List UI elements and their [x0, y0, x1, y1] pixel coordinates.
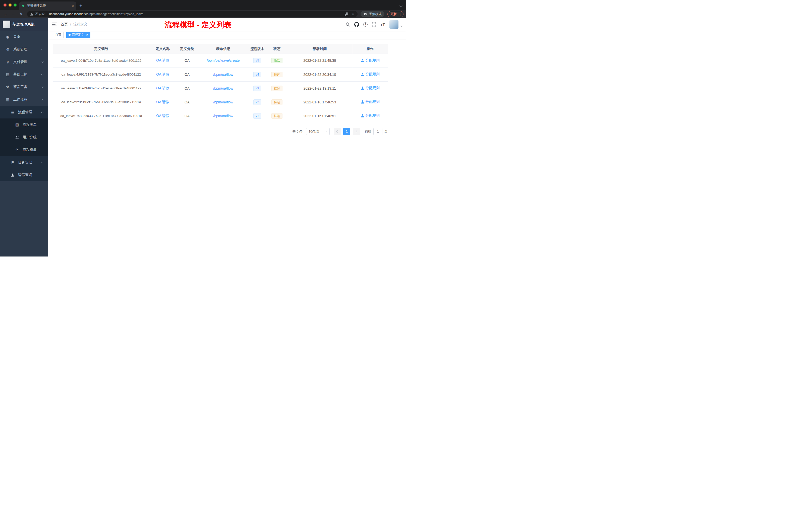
window-controls [3, 3, 17, 6]
sidebar-item-process-form[interactable]: ▥ 流程表单 [0, 118, 48, 131]
sidebar-item-label: 基础设施 [13, 72, 27, 77]
chevron-left-icon [337, 130, 339, 133]
app-title: 芋道管理系统 [12, 22, 34, 27]
sidebar-item-process-management[interactable]: ≣ 流程管理 [0, 106, 48, 118]
help-icon[interactable]: ? [363, 22, 368, 27]
close-window-button[interactable] [3, 3, 6, 6]
github-icon[interactable] [354, 22, 359, 27]
security-label[interactable]: 不安全 [35, 12, 45, 16]
main-area: 流程模型 - 定义列表 首页 / 流程定义 ? тT [48, 18, 406, 256]
page-size-select[interactable]: 10条/页 [306, 128, 330, 135]
app-window: 芋道管理系统 ◉ 首页 ⚙ 系统管理 ¥ 支付管理 ▤ 基础设施 [0, 18, 406, 256]
form-info-link[interactable]: /bpm/oa/flow [213, 72, 233, 77]
workflow-icon: ▦ [5, 97, 11, 102]
definition-name-link[interactable]: OA 请假 [156, 86, 169, 90]
incognito-icon [363, 12, 367, 16]
hamburger-icon[interactable] [52, 23, 57, 26]
assign-rule-link[interactable]: 分配规则 [361, 86, 380, 90]
sidebar-item-label: 工作流程 [13, 97, 27, 102]
goto-page-input[interactable] [373, 128, 382, 135]
browser-menu-icon[interactable]: ⋮ [399, 12, 402, 16]
table-row: oa_leave:5:004b710b-7b8a-11ec-8ef0-acde4… [53, 54, 388, 67]
key-icon[interactable] [345, 12, 348, 16]
sidebar-item-label: 系统管理 [13, 47, 27, 52]
next-page-button[interactable] [353, 128, 360, 135]
tags-view-bar: 首页 流程定义 × [48, 31, 406, 39]
maximize-window-button[interactable] [13, 3, 17, 6]
app-logo[interactable]: 芋道管理系统 [0, 18, 48, 31]
definition-name-link[interactable]: OA 请假 [156, 72, 169, 76]
definition-name-link[interactable]: OA 请假 [156, 58, 169, 62]
tag-home[interactable]: 首页 [53, 32, 63, 38]
col-definition-name: 定义名称 [149, 44, 176, 54]
logo-avatar [3, 21, 10, 28]
user-avatar[interactable] [389, 20, 399, 29]
tab-search-chevron-icon[interactable] [400, 4, 402, 7]
definition-name-link[interactable]: OA 请假 [156, 114, 169, 118]
sidebar-item-leave-query[interactable]: 请假查询 [0, 169, 48, 181]
sidebar-item-payment-management[interactable]: ¥ 支付管理 [0, 56, 48, 68]
chevron-down-icon [41, 85, 44, 88]
assign-rule-link[interactable]: 分配规则 [361, 100, 380, 104]
back-icon[interactable]: ← [2, 12, 9, 16]
sidebar-item-system-management[interactable]: ⚙ 系统管理 [0, 43, 48, 56]
sidebar-item-infrastructure[interactable]: ▤ 基础设施 [0, 68, 48, 81]
avatar-dropdown-chevron-icon[interactable] [401, 25, 403, 27]
workflow-submenu: ≣ 流程管理 ▥ 流程表单 用户分组 ✈ 流程模型 [0, 106, 48, 181]
assign-rule-link[interactable]: 分配规则 [361, 114, 380, 118]
forward-icon[interactable]: → [10, 12, 17, 16]
sidebar-item-home[interactable]: ◉ 首页 [0, 31, 48, 43]
version-tag: v4 [253, 72, 262, 77]
pagination-total: 共 5 条 [292, 129, 302, 134]
prev-page-button[interactable] [334, 128, 341, 135]
address-bar[interactable]: 不安全 dashboard.yudao.iocoder.cn/bpm/manag… [27, 11, 357, 17]
chevron-down-icon [41, 48, 44, 50]
chevron-right-icon [355, 130, 357, 133]
table-row: oa_leave:4:991f2193-7b7f-11ec-a3c8-acde4… [53, 67, 388, 81]
incognito-badge: 无痕模式 [360, 11, 384, 17]
tag-process-definition[interactable]: 流程定义 × [66, 32, 90, 38]
minimize-window-button[interactable] [8, 3, 11, 6]
update-label: 更新 [390, 12, 397, 16]
sidebar-item-user-group[interactable]: 用户分组 [0, 131, 48, 144]
browser-tab[interactable]: 芋道管理系统 × [19, 1, 76, 10]
tab-close-icon[interactable]: × [71, 4, 74, 8]
form-info-link[interactable]: /bpm/oa/flow [213, 100, 233, 104]
definition-name-link[interactable]: OA 请假 [156, 100, 169, 104]
definition-category: OA [176, 67, 198, 81]
font-size-icon[interactable]: тT [380, 22, 385, 27]
new-tab-button[interactable]: + [79, 3, 82, 8]
page-1-button[interactable]: 1 [343, 128, 350, 135]
user-group-icon [14, 136, 20, 139]
assign-rule-link[interactable]: 分配规则 [361, 72, 380, 77]
assign-rule-link[interactable]: 分配规则 [361, 58, 380, 63]
status-tag: 挂起 [271, 113, 283, 119]
form-info-link[interactable]: /bpm/oa/leave/create [207, 58, 240, 62]
sidebar-item-process-model[interactable]: ✈ 流程模型 [0, 144, 48, 156]
col-action: 操作 [352, 44, 388, 54]
tag-close-icon[interactable]: × [86, 33, 88, 36]
sidebar-item-workflow[interactable]: ▦ 工作流程 [0, 93, 48, 106]
sidebar-item-dev-tools[interactable]: ⚒ 研发工具 [0, 81, 48, 93]
search-icon[interactable] [346, 22, 350, 27]
definition-category: OA [176, 109, 198, 123]
col-deploy-time: 部署时间 [288, 44, 352, 54]
update-browser-button[interactable]: 更新 ⋮ [387, 11, 404, 17]
sidebar-item-task-management[interactable]: ⚑ 任务管理 [0, 156, 48, 169]
sidebar: 芋道管理系统 ◉ 首页 ⚙ 系统管理 ¥ 支付管理 ▤ 基础设施 [0, 18, 48, 256]
reload-icon[interactable]: ↻ [18, 12, 24, 16]
version-tag: v5 [253, 58, 262, 63]
page-unit-label: 页 [384, 129, 388, 134]
table-row: oa_leave:2:3c1f0ef1-76b1-11ec-9c66-a2380… [53, 95, 388, 109]
breadcrumb-home[interactable]: 首页 [61, 22, 68, 27]
bookmark-star-icon[interactable]: ☆ [351, 12, 354, 16]
form-info-link[interactable]: /bpm/oa/flow [213, 114, 233, 118]
dashboard-icon: ◉ [5, 35, 11, 39]
fullscreen-icon[interactable] [372, 22, 376, 27]
active-tag-dot [68, 34, 70, 36]
form-info-link[interactable]: /bpm/oa/flow [213, 86, 233, 90]
url-text[interactable]: dashboard.yudao.iocoder.cn/bpm/manager/d… [49, 12, 144, 16]
incognito-label: 无痕模式 [369, 12, 382, 16]
url-divider [47, 12, 47, 16]
deploy-time: 2022-01-22 19:19:11 [288, 81, 352, 95]
